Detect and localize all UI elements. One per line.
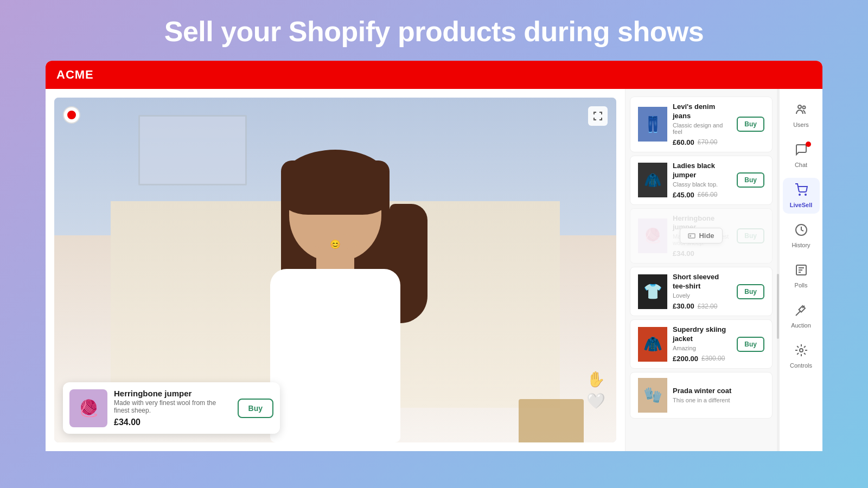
overlay-product-price: £34.00 bbox=[114, 418, 231, 427]
products-sidebar: 👖 Levi's denim jeans Classic design and … bbox=[625, 89, 777, 451]
main-headline: Sell your Shopify products during shows bbox=[0, 0, 868, 61]
product-item: 👕 Short sleeved tee-shirt Lovely £30.00 … bbox=[630, 267, 773, 316]
auction-icon bbox=[795, 304, 808, 320]
buy-button[interactable]: Buy bbox=[737, 172, 764, 188]
product-item: 🧥 Ladies black jumper Classy black top. … bbox=[630, 156, 773, 205]
chat-badge bbox=[806, 142, 811, 147]
app-header: ACME bbox=[46, 61, 822, 89]
nav-label-controls: Controls bbox=[790, 362, 812, 369]
product-info: Prada winter coat This one in a differen… bbox=[673, 387, 764, 403]
product-image: 🧥 bbox=[638, 327, 667, 362]
svg-rect-0 bbox=[688, 234, 695, 238]
product-name: Levi's denim jeans bbox=[673, 102, 731, 121]
price-current: £45.00 bbox=[673, 191, 694, 199]
product-image: 👖 bbox=[638, 107, 667, 142]
hide-overlay: Hide bbox=[630, 209, 772, 264]
livesell-icon bbox=[795, 183, 808, 200]
product-name: Short sleeved tee-shirt bbox=[673, 273, 731, 291]
controls-icon bbox=[795, 344, 808, 360]
svg-point-3 bbox=[802, 106, 805, 109]
product-prices: £30.00 £32.00 bbox=[673, 302, 731, 310]
product-overlay-card: 🧶 Herringbone jumper Made with very fine… bbox=[63, 382, 280, 434]
nav-label-history: History bbox=[792, 242, 810, 248]
product-desc: Classy black top. bbox=[673, 181, 731, 188]
scrollbar-thumb[interactable] bbox=[777, 274, 779, 339]
overlay-product-image: 🧶 bbox=[69, 389, 107, 427]
svg-point-4 bbox=[799, 194, 800, 195]
nav-item-livesell[interactable]: LiveSell bbox=[783, 178, 820, 214]
nav-label-chat: Chat bbox=[795, 162, 807, 168]
nav-label-auction: Auction bbox=[791, 322, 811, 329]
video-area: 😊 ✋ 🤍 bbox=[54, 98, 616, 442]
price-current: £60.00 bbox=[673, 138, 694, 146]
product-prices: £45.00 £66.00 bbox=[673, 191, 731, 199]
product-prices: £200.00 £300.00 bbox=[673, 355, 731, 363]
svg-rect-1 bbox=[690, 235, 691, 237]
app-container: ACME bbox=[46, 61, 822, 451]
product-desc: Amazing bbox=[673, 345, 731, 351]
app-body: 😊 ✋ 🤍 bbox=[46, 89, 822, 451]
product-item: 🧤 Prada winter coat This one in a differ… bbox=[630, 372, 773, 419]
nav-item-polls[interactable]: Polls bbox=[783, 258, 820, 294]
overlay-buy-button[interactable]: Buy bbox=[238, 399, 273, 418]
overlay-product-desc: Made with very finest wool from the fine… bbox=[114, 399, 231, 414]
hand-icon: ✋ bbox=[586, 370, 605, 388]
product-image: 🧥 bbox=[638, 163, 667, 197]
polls-icon bbox=[795, 264, 808, 280]
price-original: £32.00 bbox=[698, 303, 718, 310]
product-desc: This one in a different bbox=[673, 397, 764, 403]
product-item: 🧶 Herringbone jumper Made with very fine… bbox=[630, 208, 773, 264]
price-original: £66.00 bbox=[698, 191, 718, 198]
product-name: Ladies black jumper bbox=[673, 162, 731, 180]
product-name: Prada winter coat bbox=[673, 387, 764, 396]
overlay-product-name: Herringbone jumper bbox=[114, 389, 231, 398]
nav-label-users: Users bbox=[793, 121, 809, 128]
nav-label-livesell: LiveSell bbox=[790, 202, 813, 208]
product-prices: £60.00 £70.00 bbox=[673, 138, 731, 146]
nav-item-controls[interactable]: Controls bbox=[783, 338, 820, 374]
rec-dot-inner bbox=[67, 111, 76, 119]
hide-label: Hide bbox=[699, 232, 714, 240]
buy-button[interactable]: Buy bbox=[737, 117, 764, 132]
price-current: £200.00 bbox=[673, 355, 698, 363]
product-item: 👖 Levi's denim jeans Classic design and … bbox=[630, 97, 773, 152]
product-image: 👕 bbox=[638, 274, 667, 309]
buy-button[interactable]: Buy bbox=[737, 337, 764, 352]
product-name: Superdry skiing jacket bbox=[673, 325, 731, 344]
chat-icon bbox=[795, 143, 808, 159]
fullscreen-button[interactable] bbox=[588, 106, 608, 126]
svg-point-2 bbox=[798, 105, 801, 108]
rec-dot bbox=[63, 106, 80, 124]
product-item: 🧥 Superdry skiing jacket Amazing £200.00… bbox=[630, 319, 773, 369]
nav-item-auction[interactable]: Auction bbox=[783, 298, 820, 334]
product-desc: Classic design and feel bbox=[673, 122, 731, 135]
svg-point-5 bbox=[805, 194, 806, 195]
overlay-product-info: Herringbone jumper Made with very finest… bbox=[114, 389, 231, 427]
hide-button[interactable]: Hide bbox=[680, 228, 722, 243]
buy-button[interactable]: Buy bbox=[737, 284, 764, 299]
nav-item-history[interactable]: History bbox=[783, 218, 820, 254]
price-original: £70.00 bbox=[698, 138, 718, 146]
nav-item-chat[interactable]: Chat bbox=[783, 138, 820, 174]
rec-indicator bbox=[63, 106, 80, 124]
svg-line-11 bbox=[796, 311, 800, 316]
product-desc: Lovely bbox=[673, 292, 731, 299]
product-info: Ladies black jumper Classy black top. £4… bbox=[673, 162, 731, 199]
brand-name: ACME bbox=[56, 68, 94, 82]
nav-label-polls: Polls bbox=[795, 282, 808, 288]
product-info: Short sleeved tee-shirt Lovely £30.00 £3… bbox=[673, 273, 731, 310]
nav-sidebar: Users Chat bbox=[779, 89, 822, 451]
scrollbar-track bbox=[777, 89, 779, 451]
svg-point-13 bbox=[800, 349, 803, 352]
heart-icon: 🤍 bbox=[586, 392, 605, 410]
product-info: Superdry skiing jacket Amazing £200.00 £… bbox=[673, 325, 731, 363]
history-icon bbox=[795, 223, 808, 240]
price-original: £300.00 bbox=[701, 355, 725, 362]
product-image: 🧤 bbox=[638, 378, 667, 413]
price-current: £30.00 bbox=[673, 302, 694, 310]
product-info: Levi's denim jeans Classic design and fe… bbox=[673, 102, 731, 146]
users-icon bbox=[795, 103, 808, 119]
nav-item-users[interactable]: Users bbox=[783, 98, 820, 133]
page-header: Sell your Shopify products during shows bbox=[0, 0, 868, 61]
